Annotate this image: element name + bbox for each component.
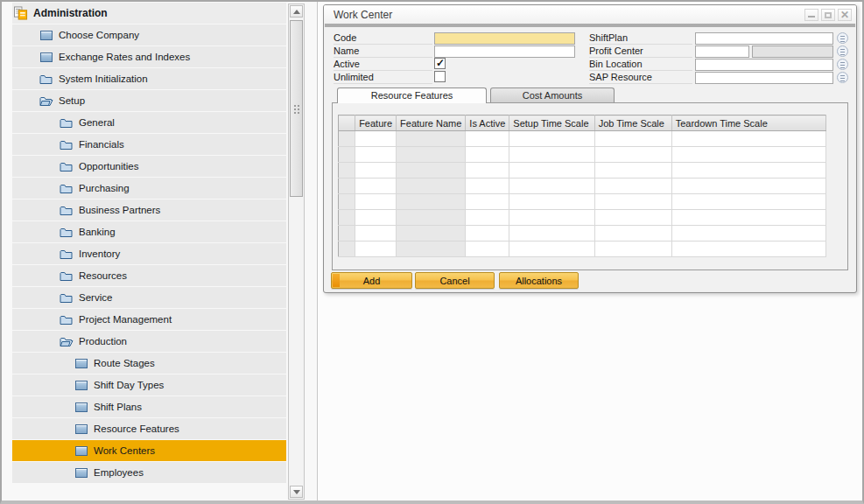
- table-cell-job-time-scale[interactable]: [594, 226, 671, 242]
- column-header-setup-time-scale[interactable]: Setup Time Scale: [509, 116, 594, 131]
- table-cell-job-time-scale[interactable]: [594, 131, 671, 147]
- shiftplan-input[interactable]: [695, 32, 833, 45]
- sidebar-item-resource-features[interactable]: Resource Features: [12, 418, 286, 439]
- sidebar-item-resources[interactable]: Resources: [12, 265, 286, 286]
- sidebar-item-system-initialization[interactable]: System Initialization: [12, 68, 286, 89]
- cancel-button[interactable]: Cancel: [415, 272, 495, 289]
- close-button[interactable]: ✕: [838, 9, 852, 21]
- table-cell-setup-time-scale[interactable]: [509, 194, 594, 210]
- table-cell-teardown-time-scale[interactable]: [671, 242, 825, 257]
- table-cell-job-time-scale[interactable]: [594, 210, 671, 226]
- column-header-is-active[interactable]: Is Active: [466, 116, 509, 131]
- table-cell-job-time-scale[interactable]: [594, 147, 671, 163]
- sap-resource-input[interactable]: [695, 72, 833, 84]
- table-cell-teardown-time-scale[interactable]: [671, 194, 825, 210]
- sidebar-item-shift-plans[interactable]: Shift Plans: [12, 396, 286, 417]
- sidebar-item-opportunities[interactable]: Opportunities: [12, 156, 286, 177]
- table-cell-feature[interactable]: [355, 178, 397, 194]
- table-cell-job-time-scale[interactable]: [594, 194, 671, 210]
- table-cell-is-active[interactable]: [466, 226, 509, 242]
- table-cell-feature[interactable]: [355, 194, 397, 210]
- column-header-feature-name[interactable]: Feature Name: [397, 116, 466, 131]
- table-cell-is-active[interactable]: [466, 147, 509, 163]
- sidebar-item-banking[interactable]: Banking: [12, 221, 286, 242]
- table-cell-teardown-time-scale[interactable]: [671, 178, 825, 194]
- table-cell-job-time-scale[interactable]: [594, 242, 671, 257]
- sidebar-item-choose-company[interactable]: Choose Company: [12, 24, 286, 46]
- row-selector-cell[interactable]: [339, 242, 355, 257]
- scroll-down-button[interactable]: [290, 486, 303, 498]
- column-header-feature[interactable]: Feature: [355, 116, 397, 131]
- table-cell-feature[interactable]: [355, 163, 397, 178]
- table-cell-teardown-time-scale[interactable]: [671, 163, 825, 178]
- sidebar-item-project-management[interactable]: Project Management: [12, 309, 286, 330]
- name-input[interactable]: [434, 46, 575, 58]
- sidebar-item-inventory[interactable]: Inventory: [12, 243, 286, 264]
- row-selector-cell[interactable]: [339, 210, 355, 226]
- row-selector-cell[interactable]: [339, 131, 355, 147]
- table-cell-is-active[interactable]: [466, 131, 509, 147]
- sidebar-item-route-stages[interactable]: Route Stages: [12, 353, 286, 374]
- sidebar-scrollbar[interactable]: [288, 4, 305, 500]
- sap-resource-choose-from-list-icon[interactable]: [837, 72, 848, 83]
- sidebar-item-purchasing[interactable]: Purchasing: [12, 178, 286, 199]
- sidebar-item-setup[interactable]: Setup: [12, 90, 286, 111]
- table-cell-teardown-time-scale[interactable]: [671, 147, 825, 163]
- table-cell-job-time-scale[interactable]: [594, 178, 671, 194]
- scrollbar-thumb[interactable]: [290, 20, 303, 197]
- minimize-button[interactable]: [804, 9, 818, 21]
- maximize-button[interactable]: [821, 9, 835, 21]
- profit-center-input[interactable]: [695, 46, 749, 58]
- profit-center-choose-from-list-icon[interactable]: [837, 46, 848, 57]
- active-checkbox[interactable]: [434, 58, 446, 69]
- unlimited-checkbox[interactable]: [434, 71, 446, 82]
- table-cell-is-active[interactable]: [466, 194, 509, 210]
- sidebar-item-production[interactable]: Production: [12, 331, 286, 352]
- table-cell-feature[interactable]: [355, 210, 397, 226]
- add-button[interactable]: Add: [331, 272, 412, 289]
- table-cell-is-active[interactable]: [466, 210, 509, 226]
- table-cell-setup-time-scale[interactable]: [509, 226, 594, 242]
- sidebar-item-financials[interactable]: Financials: [12, 134, 286, 155]
- sidebar-header-administration[interactable]: Administration: [12, 3, 286, 24]
- table-cell-teardown-time-scale[interactable]: [671, 210, 825, 226]
- table-cell-is-active[interactable]: [466, 242, 509, 257]
- table-cell-is-active[interactable]: [466, 163, 509, 178]
- table-cell-feature[interactable]: [355, 242, 397, 257]
- table-cell-setup-time-scale[interactable]: [509, 147, 594, 163]
- code-input[interactable]: [434, 32, 575, 45]
- table-cell-teardown-time-scale[interactable]: [671, 131, 825, 147]
- column-header-job-time-scale[interactable]: Job Time Scale: [594, 116, 671, 131]
- table-cell-setup-time-scale[interactable]: [509, 242, 594, 257]
- column-header-row-selector[interactable]: [339, 116, 355, 131]
- sidebar-item-general[interactable]: General: [12, 112, 286, 133]
- sidebar-item-business-partners[interactable]: Business Partners: [12, 200, 286, 220]
- row-selector-cell[interactable]: [339, 226, 355, 242]
- table-cell-is-active[interactable]: [466, 178, 509, 194]
- tab-cost-amounts[interactable]: Cost Amounts: [490, 88, 615, 102]
- table-cell-teardown-time-scale[interactable]: [671, 226, 825, 242]
- table-cell-job-time-scale[interactable]: [594, 163, 671, 178]
- allocations-button[interactable]: Allocations: [499, 272, 579, 289]
- row-selector-cell[interactable]: [339, 163, 355, 178]
- sidebar-item-service[interactable]: Service: [12, 287, 286, 308]
- bin-location-input[interactable]: [695, 59, 833, 71]
- row-selector-cell[interactable]: [339, 178, 355, 194]
- sidebar-item-employees[interactable]: Employees: [12, 462, 286, 483]
- column-header-teardown-time-scale[interactable]: Teardown Time Scale: [671, 116, 825, 131]
- sidebar-item-work-centers[interactable]: Work Centers: [12, 440, 286, 461]
- row-selector-cell[interactable]: [339, 194, 355, 210]
- table-cell-feature[interactable]: [355, 226, 397, 242]
- row-selector-cell[interactable]: [339, 147, 355, 163]
- window-titlebar[interactable]: Work Center ✕: [324, 5, 856, 24]
- scroll-up-button[interactable]: [290, 5, 303, 18]
- table-cell-setup-time-scale[interactable]: [509, 210, 594, 226]
- table-cell-setup-time-scale[interactable]: [509, 178, 594, 194]
- sidebar-item-exchange-rates-and-indexes[interactable]: Exchange Rates and Indexes: [12, 46, 286, 67]
- table-cell-setup-time-scale[interactable]: [509, 131, 594, 147]
- sidebar-item-shift-day-types[interactable]: Shift Day Types: [12, 374, 286, 396]
- table-cell-feature[interactable]: [355, 147, 397, 163]
- table-cell-setup-time-scale[interactable]: [509, 163, 594, 178]
- bin-location-choose-from-list-icon[interactable]: [837, 59, 848, 70]
- table-cell-feature[interactable]: [355, 131, 397, 147]
